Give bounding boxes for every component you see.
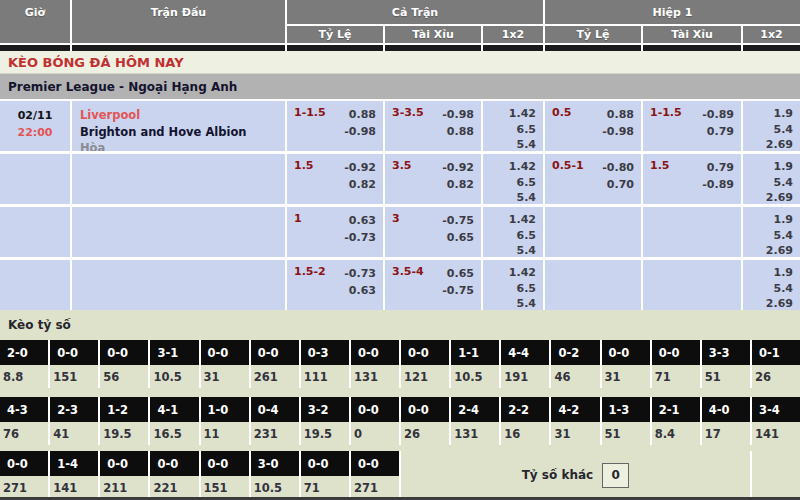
score-label: 4-2 [551,397,599,422]
score-odd-value: 131 [351,365,399,388]
score-label: 4-3 [0,397,48,422]
match-cell [72,260,285,310]
score-bet-cell[interactable]: 1-4141 [50,451,98,497]
score-bet-cell[interactable]: 4-4191 [501,340,549,388]
score-bet-cell[interactable]: 0-0211 [100,451,148,497]
ft-overunder-cell[interactable]: 3.5-40.65-0.75 [385,260,481,310]
ft-overunder-cell[interactable]: 3-0.750.65 [385,207,481,257]
score-bet-cell[interactable]: 3-110.5 [150,340,198,388]
odd-value: 5.4 [517,137,537,151]
score-label: 2-0 [0,340,48,365]
score-bet-cell[interactable]: 0-056 [100,340,148,388]
score-odd-value: 121 [401,365,449,388]
h1-1x2-cell[interactable]: 1.95.42.69 [743,207,800,257]
score-bet-cell[interactable]: 1-110.5 [451,340,499,388]
score-label: 0-0 [50,340,98,365]
score-odd-value: 231 [251,422,299,445]
score-bet-cell[interactable]: 3-351 [702,340,750,388]
h1-handicap-cell[interactable] [545,260,641,310]
page-title: KÈO BÓNG ĐÁ HÔM NAY [0,51,800,74]
score-label: 4-4 [501,340,549,365]
other-score-input[interactable]: 0 [602,463,629,488]
score-bet-cell[interactable]: 0-4231 [251,397,299,445]
odd-value: 1.9 [774,159,794,175]
score-bet-cell[interactable]: 0-0151 [201,451,249,497]
ft-1x2-cell[interactable]: 1.426.55.4 [483,154,543,204]
score-bet-cell[interactable]: 4-017 [702,397,750,445]
score-bet-cell[interactable]: 1-219.5 [100,397,148,445]
score-bet-cell[interactable]: 0-031 [602,340,650,388]
h1-1x2-cell[interactable]: 1.95.42.69 [743,154,800,204]
odd-value: -0.98 [344,123,376,140]
column-header-h1-1x2: 1x2 [743,26,800,43]
score-bet-cell[interactable]: 3-010.5 [251,451,299,497]
ft-1x2-cell[interactable]: 1.426.55.4 [483,260,543,310]
ft-handicap-cell[interactable]: 1.5-2-0.730.63 [287,260,383,310]
score-bet-cell[interactable]: 0-0151 [50,340,98,388]
score-bet-cell[interactable]: 4-376 [0,397,48,445]
odds-grid: 02/11 22:00 Liverpool Brighton and Hove … [0,101,800,310]
h1-handicap-cell[interactable]: 0.50.88-0.98 [545,101,641,151]
score-bet-cell[interactable]: 0-026 [401,397,449,445]
score-bet-cell[interactable]: 1-351 [602,397,650,445]
h1-overunder-cell[interactable] [643,207,741,257]
score-bet-cell[interactable]: 4-231 [551,397,599,445]
score-label: 0-0 [351,451,399,476]
h1-overunder-cell[interactable] [643,260,741,310]
h1-1x2-cell[interactable]: 1.95.42.69 [743,260,800,310]
odd-value: 5.4 [517,190,537,204]
score-bet-cell[interactable]: 2-341 [50,397,98,445]
h1-overunder-cell[interactable]: 1.50.79-0.89 [643,154,741,204]
h1-handicap-cell[interactable] [545,207,641,257]
column-header-ft-overunder: Tài Xỉu [385,26,481,43]
ft-overunder-cell[interactable]: 3-3.5-0.980.88 [385,101,481,151]
h1-overunder-cell[interactable]: 1-1.5-0.890.79 [643,101,741,151]
score-bet-cell[interactable]: 0-0271 [0,451,48,497]
score-label: 2-3 [50,397,98,422]
odd-value: 0.65 [447,229,474,246]
score-bet-cell[interactable]: 3-4141 [752,397,800,445]
score-bet-cell[interactable]: 2-18.4 [652,397,700,445]
score-odd-value: 41 [50,422,98,445]
score-label: 2-1 [652,397,700,422]
ft-overunder-cell[interactable]: 3.5-0.920.82 [385,154,481,204]
ft-1x2-cell[interactable]: 1.426.55.4 [483,207,543,257]
other-score-cell: Tỷ số khác0 [401,451,750,497]
score-bet-cell[interactable]: 1-011 [201,397,249,445]
home-team-name[interactable]: Liverpool [80,107,285,124]
score-bet-cell[interactable]: 0-00 [351,397,399,445]
h1-handicap-cell[interactable]: 0.5-1-0.800.70 [545,154,641,204]
score-bet-cell[interactable]: 2-4131 [451,397,499,445]
score-bet-cell[interactable]: 0-0131 [351,340,399,388]
score-label: 0-0 [100,340,148,365]
score-bet-cell[interactable]: 0-0261 [251,340,299,388]
score-bet-cell[interactable]: 0-126 [752,340,800,388]
score-bet-cell[interactable]: 0-3111 [301,340,349,388]
score-bet-cell[interactable]: 0-246 [551,340,599,388]
away-team-name[interactable]: Brighton and Hove Albion [80,124,285,141]
odds-values: 0.88-0.98 [602,106,634,151]
score-odd-value: 19.5 [100,422,148,445]
odd-value: 1.9 [774,212,794,228]
ft-1x2-cell[interactable]: 1.426.55.4 [483,101,543,151]
handicap-line: 1-1.5 [650,106,682,151]
score-bet-cell[interactable]: 0-0121 [401,340,449,388]
ft-handicap-cell[interactable]: 1.5-0.920.82 [287,154,383,204]
score-bet-cell[interactable]: 2-216 [501,397,549,445]
odd-value: -0.92 [344,159,376,176]
ft-handicap-cell[interactable]: 1-1.50.88-0.98 [287,101,383,151]
score-bet-cell[interactable]: 0-0221 [150,451,198,497]
ft-handicap-cell[interactable]: 10.63-0.73 [287,207,383,257]
score-odd-value: 0 [351,422,399,445]
score-bet-cell[interactable]: 3-219.5 [301,397,349,445]
score-bet-cell[interactable]: 0-031 [201,340,249,388]
score-bet-cell[interactable]: 2-08.8 [0,340,48,388]
score-label: 2-2 [501,397,549,422]
score-bet-cell[interactable]: 0-0271 [351,451,399,497]
score-bet-cell[interactable]: 0-071 [301,451,349,497]
score-bet-cell[interactable]: 0-071 [652,340,700,388]
score-bet-cell[interactable]: 4-116.5 [150,397,198,445]
score-label: 3-4 [752,397,800,422]
h1-1x2-cell[interactable]: 1.95.42.69 [743,101,800,151]
odd-value: -0.75 [442,212,474,229]
